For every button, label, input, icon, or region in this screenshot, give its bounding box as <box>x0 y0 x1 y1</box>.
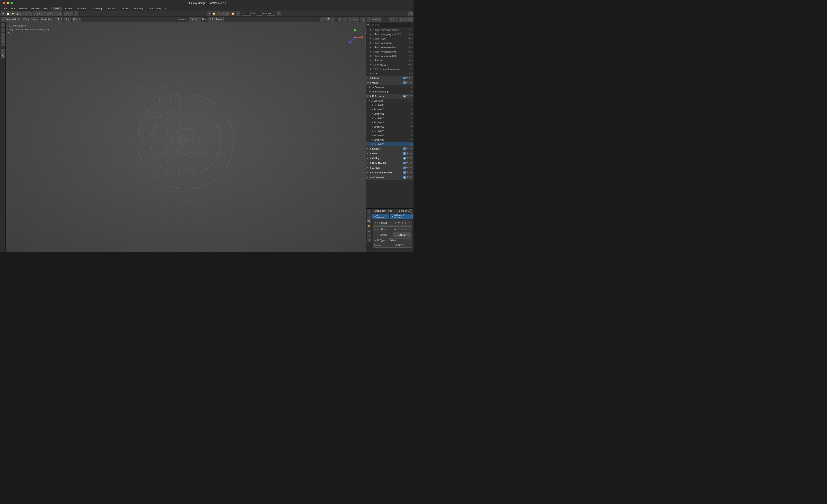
rp-filter-btn[interactable]: ⚙ <box>389 17 393 21</box>
vp-snap-btn[interactable]: 🧲 <box>325 17 330 21</box>
list-item[interactable]: ▣ Back spacing 👁 <box>366 90 414 94</box>
open-modifier-btn[interactable]: ↗ <box>409 209 412 212</box>
list-item[interactable]: ☀ Sun 👁 ◎ <box>366 71 414 75</box>
render-icon[interactable]: ◎ <box>411 72 412 74</box>
visibility-icon[interactable]: 👁 <box>408 33 410 35</box>
visibility-icon[interactable]: 👁 <box>411 134 412 137</box>
tab-shading[interactable]: Shading <box>91 7 104 10</box>
visibility-icon[interactable]: 👁 <box>406 82 408 84</box>
modifier-header[interactable]: ▼ ≡ ◇ Bevel ◉ 📷 ⊙ ⚙ ✕ <box>373 220 412 225</box>
tab-scripting[interactable]: Scripting <box>131 7 145 10</box>
render-icon2[interactable]: ✕ <box>411 166 412 169</box>
visibility-icon[interactable]: 👁 <box>406 157 408 159</box>
mod2-visible-btn[interactable]: ◉ <box>394 228 397 231</box>
toolbar-open[interactable]: 📁 <box>10 11 15 16</box>
select-btn[interactable]: Select <box>54 17 63 21</box>
visibility-icon[interactable]: 👁 <box>406 77 408 79</box>
playback-last[interactable]: ⏭ <box>236 11 240 16</box>
toolbar-new[interactable]: 📄 <box>6 11 10 16</box>
tab-uv-editing[interactable]: UV Editing <box>75 7 90 10</box>
collection-aft-stations[interactable]: ▣ Aft stations ✓ 👁 ◎ ✕ <box>366 175 414 180</box>
tool-measure[interactable]: 📏 <box>1 53 5 58</box>
toolbar-invert[interactable]: ◎ <box>58 11 62 16</box>
visibility-icon[interactable]: 👁 <box>411 104 412 106</box>
collection-empties[interactable]: ▣ Empties ✓ 👁 ◎ ✕ <box>366 146 414 151</box>
mod2-settings-btn[interactable]: ⚙ <box>404 228 407 231</box>
toolbar-render-anim[interactable]: ▶ <box>37 11 42 16</box>
visibility-icon[interactable]: 👁 <box>408 29 410 31</box>
visibility-icon[interactable]: 👁 <box>408 51 410 53</box>
list-item[interactable]: △ From emergency turbolift ( 👁 ◎ <box>366 32 414 37</box>
render-icon[interactable]: ◎ <box>409 147 410 150</box>
options-dropdown[interactable]: Options ▼ <box>360 17 365 21</box>
list-item[interactable]: △ Port wall 👁 ◎ <box>366 58 414 62</box>
visibility-icon[interactable]: 👁 <box>406 166 408 169</box>
orientation-dropdown[interactable]: Default ▼ <box>189 17 201 21</box>
list-item[interactable]: △ From viewscreen 👁 ◎ <box>366 41 414 45</box>
outliner-search-input[interactable] <box>371 23 412 27</box>
tool-transform[interactable]: ⤡ <box>1 42 5 46</box>
collection-visible-chk[interactable]: ✓ <box>403 162 406 164</box>
visibility-icon[interactable]: 👁 <box>408 42 410 44</box>
toolbar-redo[interactable]: ↪ <box>26 11 31 16</box>
toolbar-rotate[interactable]: ↻ <box>69 11 74 16</box>
viewport-gizmo[interactable]: ⊞ ⊠ 📷 <box>346 29 363 46</box>
navigation-btn[interactable]: Navigation <box>40 17 53 21</box>
toolbar-move[interactable]: ↕ <box>64 11 68 16</box>
toolbar-render[interactable]: 🎬 <box>33 11 37 16</box>
render-icon[interactable]: ◎ <box>409 82 410 84</box>
render-icon[interactable]: ◎ <box>409 166 410 169</box>
render-icon[interactable]: ◎ <box>409 157 410 159</box>
playback-prev-keyframe[interactable]: ⏪ <box>212 11 216 16</box>
list-item[interactable]: ⊕ Empty.010 👁 <box>366 107 414 111</box>
visibility-icon[interactable]: 👁 <box>411 91 412 93</box>
object-props-icon[interactable]: ⬡ <box>367 233 371 238</box>
visibility-icon[interactable]: 👁 <box>406 171 408 174</box>
playback-first[interactable]: ⏮ <box>207 11 211 16</box>
list-item[interactable]: △ From emergency turbolift 👁 ◎ <box>366 28 414 32</box>
render-icon[interactable]: ◎ <box>411 64 412 66</box>
amount-input[interactable]: 0.0625° <box>389 243 411 247</box>
render-icon[interactable]: ◎ <box>411 100 412 102</box>
collection-command-dais[interactable]: ▣ Command dais.001 ✓ 👁 ◎ ✕ <box>366 170 414 175</box>
rp-view-btn[interactable]: View <box>372 17 376 21</box>
render-icon[interactable]: ◎ <box>411 59 412 61</box>
mod-settings-btn[interactable]: ⚙ <box>404 221 407 224</box>
render-icon[interactable]: ◎ <box>409 95 410 97</box>
modifier-props-icon[interactable]: 🔧 <box>367 219 371 223</box>
render-icon[interactable]: ◎ <box>411 51 412 53</box>
collection-visible-chk[interactable]: ✓ <box>403 77 406 79</box>
render-icon2[interactable]: ✕ <box>411 95 412 97</box>
tool-rotate[interactable]: ↻ <box>1 33 5 37</box>
render-icon[interactable]: ◎ <box>409 162 410 164</box>
tab-assets[interactable]: Assets <box>63 7 74 10</box>
vp-overlay-btn[interactable]: ◫ <box>320 17 325 21</box>
render-icon[interactable]: ◎ <box>411 33 412 35</box>
collection-extras[interactable]: ▣ Extras ✓ 👁 ◎ ✕ <box>366 75 414 80</box>
collection-visible-chk[interactable]: ✓ <box>403 157 406 159</box>
rp-icon4[interactable]: ✕ <box>408 17 412 21</box>
viewport-3d[interactable]: Top Orthographic {331} Cameras.002 | Sta… <box>6 22 366 252</box>
data-props-icon[interactable]: △ <box>367 229 371 233</box>
visibility-icon[interactable]: 👁 <box>411 126 412 128</box>
render-icon[interactable]: ◎ <box>411 46 412 48</box>
visibility-icon[interactable]: 👁 <box>411 143 412 145</box>
vp-proportional-btn[interactable]: ⊙ <box>331 17 335 21</box>
visibility-icon[interactable]: 👁 <box>408 59 410 61</box>
render-icon[interactable]: ◎ <box>409 152 410 155</box>
render-icon2[interactable]: ✕ <box>411 176 412 179</box>
toolbar-select-all[interactable]: ✦ <box>48 11 53 16</box>
mod2-render-btn[interactable]: 📷 <box>397 228 400 231</box>
start-frame-input[interactable] <box>256 12 262 16</box>
list-item[interactable]: △ Port wall.001 👁 ◎ <box>366 62 414 67</box>
collection-ceiling[interactable]: ▣ Ceiling ✓ 👁 ◎ ✕ <box>366 156 414 161</box>
menu-file[interactable]: File <box>2 7 9 10</box>
list-item[interactable]: ⊕ Empty.023 👁 <box>366 133 414 138</box>
list-item[interactable]: ⊕ Empty.011 👁 <box>366 111 414 116</box>
tab-compositing[interactable]: Compositing <box>146 7 163 10</box>
visibility-icon[interactable]: 👁 <box>406 162 408 164</box>
visibility-icon[interactable]: 👁 <box>408 38 410 40</box>
collection-helm-nav[interactable]: ▣ Helm/Nav.001 ✓ 👁 ◎ ✕ <box>366 161 414 165</box>
list-item[interactable]: △ From viewscreen.001 👁 ◎ <box>366 45 414 49</box>
visibility-icon[interactable]: 👁 <box>408 55 410 57</box>
